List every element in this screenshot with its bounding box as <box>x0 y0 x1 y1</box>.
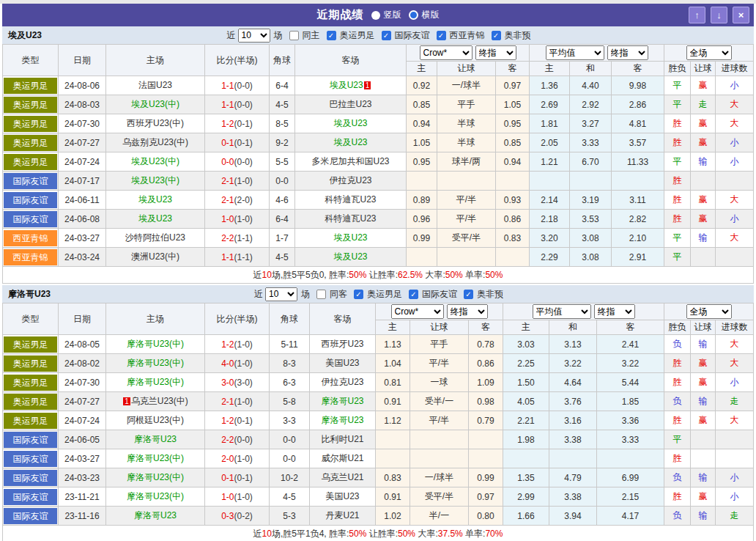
handicap-odds-cell <box>410 449 469 468</box>
average-odds-cell: 2.10 <box>612 229 664 248</box>
competition-filter-label: 奥运男足 <box>340 29 375 42</box>
average-odds-cell <box>503 449 549 468</box>
odds-source-select[interactable]: 全场 <box>686 45 732 60</box>
odds-source-select[interactable]: 终指 <box>475 45 516 60</box>
match-row: 西亚青锦24-03-27沙特阿拉伯U232-2(1-1)1-7埃及U230.99… <box>3 229 754 248</box>
summary-text: 单率: <box>463 529 486 539</box>
match-row: 奥运男足24-08-06法国U231-1(0-0)6-4埃及U2310.92一/… <box>3 76 754 95</box>
match-type-badge: 西亚青锦 <box>4 230 57 246</box>
competition-filter-checkbox[interactable]: ✓ <box>464 290 473 299</box>
halftime-score: (1-1) <box>234 252 253 262</box>
match-type-badge: 国际友谊 <box>4 470 57 486</box>
close-button[interactable]: × <box>733 7 749 23</box>
average-odds-cell: 2.41 <box>597 335 664 354</box>
average-odds-cell: 4.64 <box>549 373 597 392</box>
result-cell: 负 <box>664 392 691 411</box>
result-cell: 平 <box>664 229 691 248</box>
result-cell: 输 <box>691 335 716 354</box>
average-odds-cell: 11.33 <box>612 152 664 172</box>
match-type-cell: 奥运男足 <box>3 114 59 133</box>
team-name-text: 摩洛哥U23(中) <box>127 453 184 463</box>
section-header: 摩洛哥U23近10场同客✓奥运男足✓国际友谊✓奥非预 <box>2 285 754 303</box>
team-name-text: 多米尼加共和国U23 <box>311 156 389 166</box>
competition-filter-label: 国际友谊 <box>395 29 430 42</box>
team-section: 摩洛哥U23近10场同客✓奥运男足✓国际友谊✓奥非预类型日期主场比分(半场)角球… <box>2 285 754 541</box>
fulltime-score: 0-0 <box>221 157 234 167</box>
layout-horizontal-radio[interactable]: 横版 <box>409 9 440 21</box>
column-header: 客 <box>612 62 664 76</box>
match-date: 24-03-23 <box>59 468 106 487</box>
odds-source-select[interactable]: Crow* <box>391 304 444 319</box>
result-cell: 胜 <box>664 449 691 468</box>
team-name-text: 美国U23 <box>325 358 359 368</box>
match-row: 国际友谊24-03-27摩洛哥U23(中)2-0(1-0)0-0威尔斯U21胜 <box>3 449 754 468</box>
match-date: 24-07-27 <box>59 133 106 152</box>
move-down-button[interactable]: ↓ <box>711 7 727 23</box>
home-team: 埃及U23(中) <box>106 95 205 114</box>
odds-source-select[interactable]: Crow* <box>420 45 472 60</box>
handicap-odds-cell: 平/半 <box>437 210 496 229</box>
average-odds-cell: 3.19 <box>570 191 612 210</box>
column-header: 进球数 <box>716 62 754 76</box>
match-type-cell: 西亚青锦 <box>3 248 59 267</box>
average-odds-cell: 2.14 <box>530 191 570 210</box>
handicap-odds-cell: 半球 <box>437 133 496 152</box>
corner-cell: 4-5 <box>270 487 310 507</box>
summary-text: 50% <box>349 529 366 539</box>
column-header: 客 <box>597 320 664 335</box>
competition-filter-checkbox[interactable]: ✓ <box>409 290 418 299</box>
fulltime-score: 1-0 <box>221 492 234 502</box>
match-count-select[interactable]: 10 <box>238 29 270 43</box>
match-count-select[interactable]: 10 <box>265 287 297 301</box>
odds-source-select[interactable]: 平均值 <box>546 45 604 60</box>
competition-filter-checkbox[interactable]: ✓ <box>382 31 391 40</box>
handicap-odds-cell <box>410 430 469 449</box>
average-odds-cell: 3.57 <box>612 133 664 152</box>
away-team: 巴拉圭U23 <box>295 95 407 114</box>
odds-source-cell: 全场 <box>664 303 754 320</box>
away-team: 埃及U231 <box>295 76 407 95</box>
move-up-button[interactable]: ↑ <box>689 7 705 23</box>
summary-text: 62.5% <box>398 270 423 280</box>
column-header: 类型 <box>3 303 59 335</box>
average-odds-cell: 3.08 <box>570 229 612 248</box>
score-cell: 1-0(1-0) <box>205 210 270 229</box>
average-odds-cell: 3.08 <box>570 248 612 267</box>
handicap-odds-cell: 1.02 <box>376 507 410 526</box>
corner-cell: 6-4 <box>270 76 295 95</box>
competition-filter-checkbox[interactable]: ✓ <box>354 290 363 299</box>
odds-source-select[interactable]: 平均值 <box>533 304 591 319</box>
competition-filter-checkbox[interactable]: ✓ <box>437 31 446 40</box>
competition-filter-checkbox[interactable]: ✓ <box>492 31 501 40</box>
average-odds-cell: 3.33 <box>570 133 612 152</box>
average-odds-cell: 1.85 <box>597 392 664 411</box>
same-venue-checkbox[interactable] <box>316 290 326 299</box>
summary-text: 50% <box>349 270 366 280</box>
odds-source-select[interactable]: 终指 <box>447 304 488 319</box>
sections-container: 埃及U23近10场同主✓奥运男足✓国际友谊✓西亚青锦✓奥非预类型日期主场比分(半… <box>2 26 754 541</box>
odds-source-select[interactable]: 终指 <box>607 45 648 60</box>
corner-cell: 0-0 <box>270 172 295 191</box>
average-odds-cell: 3.27 <box>570 114 612 133</box>
result-cell: 走 <box>716 507 754 526</box>
match-type-badge: 奥运男足 <box>4 97 57 113</box>
halftime-score: (0-2) <box>234 511 253 521</box>
team-name-text: 埃及U23 <box>333 137 367 147</box>
red-card-badge: 1 <box>123 397 130 405</box>
result-cell: 胜 <box>664 172 691 191</box>
team-name-text: 埃及U23(中) <box>131 99 179 109</box>
away-team: 丹麦U21 <box>310 507 376 526</box>
layout-vertical-radio[interactable]: 竖版 <box>371 9 401 21</box>
score-cell: 0-1(0-1) <box>205 133 270 152</box>
competition-filter-label: 奥非预 <box>477 288 503 301</box>
handicap-odds-cell: 0.97 <box>496 76 530 95</box>
away-team: 美国U23 <box>310 487 376 507</box>
odds-source-select[interactable]: 全场 <box>686 304 732 319</box>
column-header: 主 <box>376 320 410 335</box>
handicap-odds-cell <box>376 430 410 449</box>
same-venue-checkbox[interactable] <box>289 31 299 40</box>
odds-source-select[interactable]: 终指 <box>594 304 635 319</box>
competition-filter-checkbox[interactable]: ✓ <box>327 31 336 40</box>
average-odds-cell: 2.92 <box>570 95 612 114</box>
match-type-badge: 奥运男足 <box>4 116 57 132</box>
